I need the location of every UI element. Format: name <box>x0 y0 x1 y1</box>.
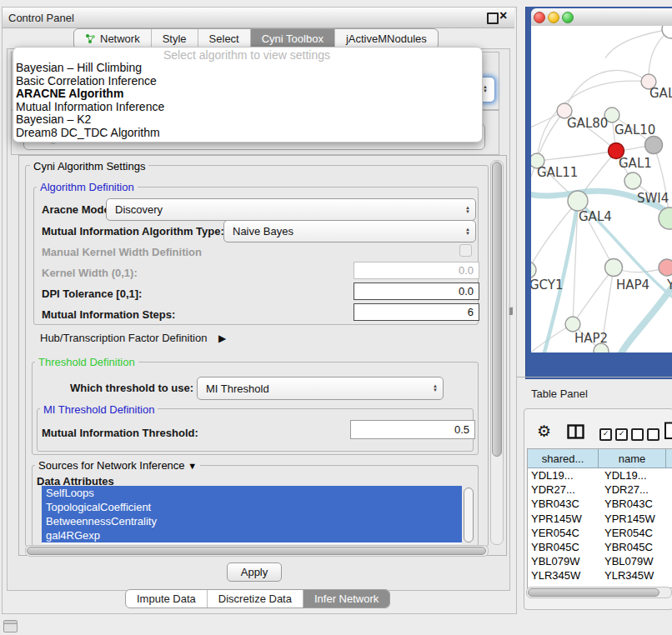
close-icon[interactable]: × <box>499 8 507 23</box>
attribute-item-topologicalcoefficient[interactable]: TopologicalCoefficient <box>42 500 462 514</box>
zoom-traffic-light-icon[interactable] <box>562 12 574 23</box>
table-row[interactable]: YDR27...YDR27...12 <box>528 482 672 497</box>
table-row[interactable]: YLR345WYLR345W9. <box>528 568 672 582</box>
split-pane-grip[interactable] <box>509 307 513 315</box>
deselect-all-checkboxes-icon[interactable] <box>631 428 659 441</box>
table-horizontal-scrollbar-thumb[interactable] <box>528 588 659 597</box>
attribute-item-betweennesscentrality[interactable]: BetweennessCentrality <box>42 514 462 528</box>
bottom-tab-infer-network[interactable]: Infer Network <box>303 590 389 608</box>
attribute-item-selfloops[interactable]: SelfLoops <box>42 486 462 500</box>
algorithm-option-basic-correlation-inference[interactable]: Basic Correlation Inference <box>13 75 479 88</box>
hub-definition-toggle[interactable]: Hub/Transcription Factor Definition ▶ <box>40 332 226 344</box>
table-row[interactable]: YER054CYER054C8. <box>528 526 672 540</box>
table-header-row: shared...nameA <box>528 449 672 468</box>
table-cell: YDR27... <box>528 483 601 496</box>
bottom-tab-discretize-data[interactable]: Discretize Data <box>207 590 303 608</box>
apply-button[interactable]: Apply <box>227 562 282 582</box>
network-graph: GAL7GAL80GAL10GAL1GAL11SWI4GAL4GCY1HAP4Y… <box>531 26 672 352</box>
attributes-list-scrollbar[interactable] <box>464 488 474 542</box>
float-window-icon[interactable] <box>487 12 499 24</box>
table-row[interactable]: YBR043CYBR043C <box>528 497 672 511</box>
node-label-gcy1: GCY1 <box>531 278 564 292</box>
tab-label: Network <box>100 32 140 45</box>
manual-kernel-checkbox[interactable] <box>459 244 472 257</box>
tab-style[interactable]: Style <box>151 29 198 48</box>
table-body: YDL19...YDL19...13YDR27...YDR27...12YBR0… <box>528 468 672 586</box>
table-cell: YLR345W <box>601 569 671 582</box>
bottom-tab-impute-data[interactable]: Impute Data <box>126 590 207 608</box>
node-label-hap4: HAP4 <box>616 278 649 292</box>
attribute-item-gal4rgexp[interactable]: gal4RGexp <box>42 528 462 542</box>
table-cell: YIL052C <box>528 584 601 586</box>
select-all-checkboxes-icon[interactable]: ✓✓ <box>599 428 628 441</box>
network-node-y[interactable] <box>659 259 672 276</box>
network-node-gal4[interactable] <box>568 191 588 211</box>
close-traffic-light-icon[interactable] <box>534 12 545 23</box>
table-row[interactable]: YDL19...YDL19...13 <box>528 468 672 482</box>
algorithm-option-aracne-algorithm[interactable]: ARACNE Algorithm <box>13 88 479 101</box>
table-panel-title: Table Panel <box>531 388 588 400</box>
mi-steps-field[interactable]: 6 <box>354 303 479 321</box>
network-node-hap2[interactable] <box>565 317 580 332</box>
network-icon <box>85 33 96 44</box>
tab-label: Select <box>209 32 239 45</box>
column-header-a[interactable]: A <box>666 449 672 468</box>
table-cell: YPR145W <box>528 512 601 525</box>
algorithm-option-bayesian-hill-climbing[interactable]: Bayesian – Hill Climbing <box>13 62 479 75</box>
gear-icon[interactable]: ⚙ <box>537 422 551 440</box>
algorithm-dropdown-prompt: Select algorithm to view settings <box>13 48 481 62</box>
settings-horizontal-scrollbar-thumb[interactable] <box>27 547 486 555</box>
table-row[interactable]: YIL052CYIL052C9 <box>528 583 672 587</box>
tab-label: Discretize Data <box>218 592 292 605</box>
dpi-tolerance-field[interactable]: 0.0 <box>354 282 479 300</box>
network-node-hap4[interactable] <box>605 259 623 277</box>
network-node[interactable] <box>624 172 641 189</box>
table-row[interactable]: YBL079WYBL079W <box>528 554 672 568</box>
which-threshold-combo[interactable]: MI Threshold ▲▼ <box>197 377 444 400</box>
algorithm-option-dream8-dc-tdc-algorithm[interactable]: Dream8 DC_TDC Algorithm <box>13 127 479 140</box>
mi-type-combo[interactable]: Naive Bayes ▲▼ <box>223 220 476 242</box>
table-cell: YER054C <box>601 527 671 539</box>
mi-type-label: Mutual Information Algorithm Type: <box>42 225 224 238</box>
mi-type-value: Naive Bayes <box>224 225 460 238</box>
mi-steps-label: Mutual Information Steps: <box>42 308 175 321</box>
table-cell: YLR345W <box>528 569 601 582</box>
sources-toggle[interactable]: Sources for Network Inference ▼ <box>35 459 200 472</box>
kernel-width-label: Kernel Width (0,1): <box>42 267 138 279</box>
minimize-traffic-light-icon[interactable] <box>548 12 559 23</box>
bottom-tab-bar: Impute DataDiscretize DataInfer Network <box>125 589 390 608</box>
settings-vertical-scrollbar-thumb[interactable] <box>492 162 502 457</box>
network-canvas[interactable]: GAL7GAL80GAL10GAL1GAL11SWI4GAL4GCY1HAP4Y… <box>531 26 672 352</box>
network-node-gcy1[interactable] <box>531 262 536 278</box>
aracne-mode-combo[interactable]: Discovery ▲▼ <box>106 198 476 221</box>
tab-jactivemnodules[interactable]: jActiveMNodules <box>334 29 438 48</box>
tab-label: jActiveMNodules <box>346 32 427 45</box>
kernel-width-field[interactable]: 0.0 <box>354 262 479 279</box>
mi-threshold-group-title: MI Threshold Definition <box>40 403 158 416</box>
column-header-shared-[interactable]: shared... <box>528 449 599 468</box>
threshold-definition-title: Threshold Definition <box>35 356 138 368</box>
column-header-name[interactable]: name <box>599 449 666 468</box>
table-cell: YPR145W <box>601 512 671 525</box>
table-row[interactable]: YBR045CYBR045C9. <box>528 540 672 554</box>
network-node[interactable] <box>645 137 663 154</box>
tab-network[interactable]: Network <box>74 29 151 48</box>
node-label-hap2: HAP2 <box>574 331 608 346</box>
table-cell: YBR043C <box>528 498 601 510</box>
mi-threshold-field[interactable]: 0.5 <box>350 420 475 439</box>
tab-label: Infer Network <box>314 592 379 605</box>
table-row[interactable]: YPR145WYPR145W9. <box>528 512 672 526</box>
node-label-swi4: SWI4 <box>637 191 669 206</box>
algorithm-option-mutual-information-inference[interactable]: Mutual Information Inference <box>13 101 479 114</box>
tab-label: Impute Data <box>137 592 196 605</box>
network-node-labels: GAL7GAL80GAL10GAL1GAL11SWI4GAL4GCY1HAP4Y… <box>531 86 672 346</box>
algorithm-option-bayesian-k2[interactable]: Bayesian – K2 <box>13 113 479 127</box>
document-icon[interactable] <box>664 422 672 440</box>
split-panel-icon[interactable] <box>567 424 584 439</box>
tab-select[interactable]: Select <box>198 29 250 48</box>
tab-label: Style <box>163 32 187 45</box>
control-panel-title: Control Panel <box>8 12 74 24</box>
tab-cyni-toolbox[interactable]: Cyni Toolbox <box>250 29 334 48</box>
tab-label: Cyni Toolbox <box>262 32 323 45</box>
panel-dock-icon[interactable] <box>3 620 18 632</box>
